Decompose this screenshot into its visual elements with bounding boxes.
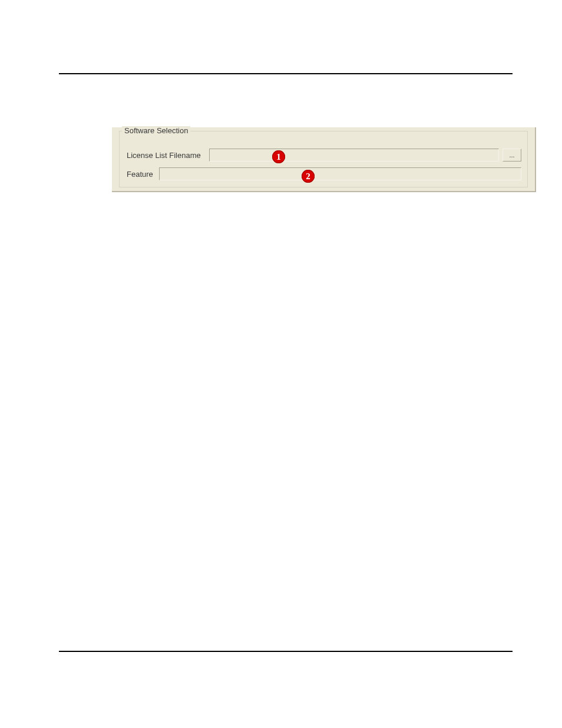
- software-selection-panel: Software Selection License List Filename…: [112, 127, 536, 192]
- feature-row: Feature: [125, 167, 521, 181]
- header-rule: [59, 73, 513, 74]
- callout-badge-two: 2: [302, 170, 315, 183]
- feature-label: Feature: [125, 170, 159, 179]
- footer-rule: [59, 651, 513, 652]
- feature-input[interactable]: [159, 167, 521, 180]
- software-selection-groupbox: Software Selection License List Filename…: [119, 131, 528, 187]
- license-list-filename-label: License List Filename: [125, 151, 209, 160]
- callout-badge-one: 1: [272, 150, 285, 163]
- browse-button[interactable]: ...: [503, 149, 521, 162]
- license-row: License List Filename ...: [125, 148, 521, 162]
- license-list-filename-input[interactable]: [209, 149, 499, 162]
- groupbox-title: Software Selection: [122, 126, 190, 135]
